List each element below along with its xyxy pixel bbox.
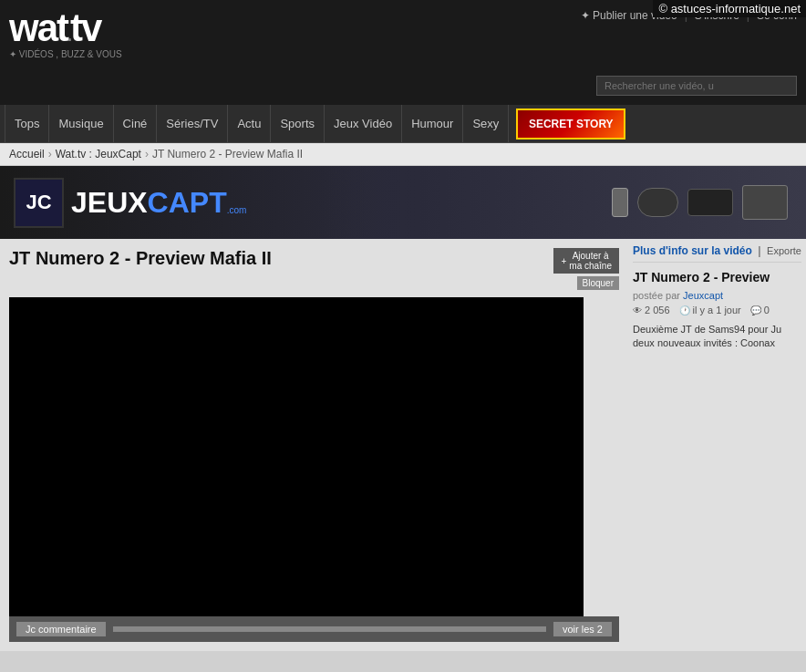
play-comment-button[interactable]: Jc commentaire [16, 622, 106, 636]
channel-badge: JC [14, 178, 64, 228]
video-player[interactable] [9, 297, 584, 616]
breadcrumb-current: JT Numero 2 - Preview Mafia II [152, 148, 303, 160]
comments-stat: 💬 0 [750, 305, 770, 315]
breadcrumb-arrow2: › [145, 148, 149, 160]
channel-name-capt: CAPT [148, 186, 227, 219]
info-description: Deuxième JT de Sams94 pour Ju deux nouve… [633, 323, 801, 351]
info-panel: Plus d'info sur la vidéo | Exporte JT Nu… [628, 239, 806, 651]
nav-bar: Tops Musique Ciné Séries/TV Actu Sports … [0, 105, 806, 143]
nav-item-sexy[interactable]: Sexy [463, 105, 509, 142]
views-stat: 👁 2 056 [633, 305, 670, 315]
video-section: JT Numero 2 - Preview Mafia II + Ajouter… [0, 239, 628, 651]
voir-button[interactable]: voir les 2 [553, 622, 612, 636]
tagline: ✦ VIDÉOS , BUZZ & VOUS [0, 49, 806, 59]
logo: wat.tv [9, 9, 100, 47]
play-comment-label: Jc commentaire [26, 624, 97, 635]
clock-icon: 🕐 [679, 305, 690, 315]
posted-by-label: postée par [633, 290, 680, 301]
main-content: JT Numero 2 - Preview Mafia II + Ajouter… [0, 239, 806, 651]
watermark: © astuces-informatique.net [653, 0, 806, 17]
video-actions: + Ajouter àma chaîne Bloquer [553, 248, 619, 290]
time-stat: 🕐 il y a 1 jour [679, 305, 741, 315]
info-posted: postée par Jeuxcapt [633, 290, 801, 301]
progress-bar[interactable] [113, 626, 546, 632]
nav-item-actu[interactable]: Actu [228, 105, 271, 142]
info-video-title: JT Numero 2 - Preview [633, 270, 801, 284]
video-title: JT Numero 2 - Preview Mafia II [9, 248, 272, 269]
block-button[interactable]: Bloquer [577, 276, 619, 290]
breadcrumb-arrow1: › [48, 148, 52, 160]
channel-logo: JC JEUXCAPT .com [14, 178, 246, 228]
watermark-text: © astuces-informatique.net [658, 2, 801, 16]
video-header: JT Numero 2 - Preview Mafia II + Ajouter… [9, 248, 619, 290]
logo-wat: wat [9, 6, 67, 49]
posted-by-user[interactable]: Jeuxcapt [683, 290, 723, 301]
info-header: Plus d'info sur la vidéo | Exporte [633, 243, 801, 263]
nav-item-musique[interactable]: Musique [49, 105, 113, 142]
breadcrumb: Accueil › Wat.tv : JeuxCapt › JT Numero … [0, 143, 806, 166]
video-controls: Jc commentaire voir les 2 [9, 616, 619, 642]
info-stats: 👁 2 056 🕐 il y a 1 jour 💬 0 [633, 305, 801, 315]
device-console-icon [687, 189, 733, 216]
channel-name-jeux: JEUX [71, 186, 148, 219]
nav-item-cine[interactable]: Ciné [114, 105, 158, 142]
breadcrumb-channel[interactable]: Wat.tv : JeuxCapt [56, 148, 141, 160]
channel-name: JEUXCAPT [71, 186, 227, 220]
info-separator: | [758, 243, 760, 257]
channel-banner: JC JEUXCAPT .com [0, 166, 806, 239]
voir-label: voir les 2 [563, 624, 603, 635]
secret-story-banner[interactable]: SECRET STORY [516, 109, 625, 140]
channel-name-com: .com [227, 205, 247, 215]
device-icons [612, 185, 788, 220]
add-chain-label: Ajouter àma chaîne [569, 251, 612, 271]
search-bar [596, 76, 797, 96]
device-controller-icon [637, 188, 678, 217]
time-ago: il y a 1 jour [693, 305, 741, 315]
nav-item-humour[interactable]: Humour [402, 105, 463, 142]
comments-count: 0 [764, 305, 770, 315]
plus-icon: + [561, 256, 566, 266]
search-input[interactable] [596, 76, 797, 96]
views-icon: 👁 [633, 305, 642, 315]
nav-item-jeuxvideo[interactable]: Jeux Vidéo [325, 105, 402, 142]
logo-tv-text: tv [70, 6, 100, 49]
banner-devices [323, 166, 806, 239]
device-laptop-icon [742, 185, 788, 220]
nav-item-series[interactable]: Séries/TV [157, 105, 228, 142]
comment-icon: 💬 [750, 305, 761, 315]
device-phone-icon [612, 188, 628, 217]
secret-story-label: SECRET STORY [529, 118, 614, 130]
more-info-label: Plus d'info sur la vidéo [633, 244, 752, 257]
breadcrumb-accueil[interactable]: Accueil [9, 148, 45, 160]
nav-item-sports[interactable]: Sports [271, 105, 325, 142]
add-chain-button[interactable]: + Ajouter àma chaîne [553, 248, 619, 274]
nav-item-tops[interactable]: Tops [5, 105, 49, 142]
views-count: 2 056 [645, 305, 670, 315]
export-label[interactable]: Exporte [767, 245, 801, 256]
